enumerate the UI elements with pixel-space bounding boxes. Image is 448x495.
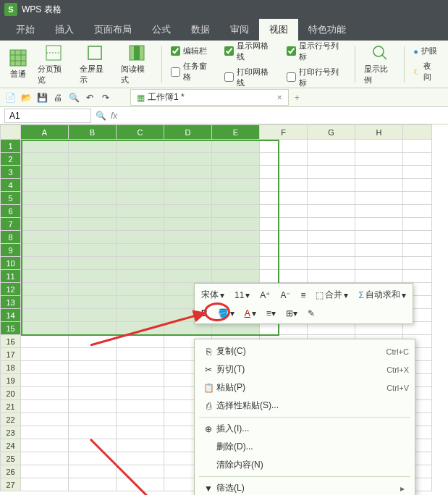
pagebreak-label: 分页预览	[38, 64, 69, 85]
autosum-button[interactable]: Σ自动求和▾	[355, 287, 409, 303]
chk-editbar[interactable]: 编辑栏	[171, 46, 214, 56]
app-title: WPS 表格	[22, 4, 62, 16]
chk-print-rowcol[interactable]: 打印行号列标	[287, 67, 346, 88]
tab-start[interactable]: 开始	[6, 19, 45, 41]
sigma-icon: Σ	[358, 290, 363, 300]
title-bar: S WPS 表格	[0, 0, 448, 19]
pagebreak-icon	[44, 43, 63, 62]
align-h-button[interactable]: ≡▾	[263, 306, 279, 321]
save-icon[interactable]: 💾	[36, 92, 48, 103]
cut-icon: ✂	[200, 365, 216, 375]
svg-rect-0	[10, 50, 26, 66]
formula-bar: 🔍 fx	[0, 107, 448, 124]
copy-icon: ⎘	[200, 347, 216, 357]
merge-button[interactable]: ⬚合并▾	[312, 287, 352, 303]
print-icon[interactable]: 🖨	[52, 92, 64, 103]
fx-label[interactable]: fx	[106, 111, 122, 121]
font-select[interactable]: 宋体 ▾	[198, 287, 228, 303]
merge-icon: ⬚	[316, 290, 324, 300]
eyecare-button[interactable]: ●护眼	[413, 46, 439, 56]
name-box[interactable]	[4, 109, 91, 123]
add-tab-button[interactable]: +	[289, 93, 305, 103]
svg-point-10	[373, 46, 384, 56]
search-icon[interactable]: 🔍	[96, 111, 106, 121]
format-painter-icon[interactable]: ✎	[304, 306, 318, 321]
preview-icon[interactable]: 🔍	[68, 92, 80, 103]
cm-insert[interactable]: ⊕插入(I)...	[195, 420, 415, 438]
undo-icon[interactable]: ↶	[84, 92, 96, 103]
chk-taskpane[interactable]: 任务窗格	[171, 61, 214, 82]
svg-rect-9	[134, 46, 140, 60]
zoom-label: 显示比例	[364, 64, 396, 85]
fullscreen-icon	[85, 43, 104, 62]
fill-color-button[interactable]: 🪣▾	[214, 306, 238, 321]
paste-icon: 📋	[200, 383, 216, 393]
app-logo: S	[4, 3, 17, 16]
chk-rowcol[interactable]: 显示行号列标	[287, 41, 346, 62]
zoom-icon	[371, 43, 389, 62]
context-menu: ⎘复制(C)Ctrl+C ✂剪切(T)Ctrl+X 📋粘贴(P)Ctrl+V ⎙…	[194, 339, 415, 495]
cm-cut[interactable]: ✂剪切(T)Ctrl+X	[195, 360, 415, 378]
view-normal-button[interactable]: 普通	[4, 47, 32, 81]
doc-title: 工作簿1 *	[148, 91, 185, 103]
tab-data[interactable]: 数据	[181, 19, 220, 41]
insert-icon: ⊕	[200, 424, 216, 434]
spreadsheet[interactable]: ABCDEFGH12345678910111213141516171819202…	[0, 124, 448, 491]
close-tab-icon[interactable]: ×	[277, 93, 282, 103]
cm-paste[interactable]: 📋粘贴(P)Ctrl+V	[195, 378, 415, 397]
cm-copy[interactable]: ⎘复制(C)Ctrl+C	[195, 342, 415, 360]
font-color-button[interactable]: A▾	[241, 306, 260, 321]
tab-formula[interactable]: 公式	[142, 19, 181, 41]
pagebreak-button[interactable]: 分页预览	[33, 42, 74, 87]
paste-special-icon: ⎙	[200, 401, 216, 411]
bold-button[interactable]: B	[198, 306, 211, 321]
border-button[interactable]: ⊞▾	[282, 306, 301, 321]
chk-gridlines[interactable]: 显示网格线	[224, 41, 276, 62]
readmode-label: 阅读模式	[121, 64, 153, 85]
increase-font-icon[interactable]: A⁺	[256, 288, 274, 302]
fullscreen-button[interactable]: 全屏显示	[75, 42, 116, 87]
chk-print-grid[interactable]: 打印网格线	[224, 67, 276, 88]
open-icon[interactable]: 📂	[20, 92, 32, 103]
doc-icon: ▦	[137, 93, 145, 103]
new-icon[interactable]: 📄	[4, 92, 16, 103]
readmode-button[interactable]: 阅读模式	[117, 42, 157, 87]
tab-layout[interactable]: 页面布局	[84, 19, 142, 41]
svg-line-11	[382, 55, 386, 59]
night-button[interactable]: ☾夜间	[413, 61, 439, 82]
cm-delete[interactable]: 删除(D)...	[195, 438, 415, 456]
cm-paste-special[interactable]: ⎙选择性粘贴(S)...	[195, 397, 415, 415]
grid-icon	[9, 48, 28, 67]
cm-clear[interactable]: 清除内容(N)	[195, 456, 415, 474]
view-normal-label: 普通	[10, 69, 26, 80]
bucket-icon: 🪣	[218, 308, 229, 318]
fullscreen-label: 全屏显示	[80, 64, 111, 85]
decrease-font-icon[interactable]: A⁻	[276, 288, 294, 302]
cm-filter[interactable]: ▼筛选(L)▸	[195, 479, 415, 495]
align-button[interactable]: ≡	[297, 288, 309, 302]
ribbon: 普通 分页预览 全屏显示 阅读模式 编辑栏 任务窗格 显示网格线 打印网格线 显…	[0, 41, 448, 88]
tab-insert[interactable]: 插入	[45, 19, 84, 41]
svg-rect-7	[88, 46, 101, 59]
document-tab[interactable]: ▦ 工作簿1 * ×	[130, 89, 289, 106]
font-size[interactable]: 11 ▾	[231, 288, 253, 302]
redo-icon[interactable]: ↷	[100, 92, 111, 103]
zoom-button[interactable]: 显示比例	[360, 42, 400, 87]
mini-toolbar: 宋体 ▾ 11 ▾ A⁺ A⁻ ≡ ⬚合并▾ Σ自动求和▾ B 🪣▾ A▾ ≡▾…	[194, 283, 413, 324]
filter-icon: ▼	[200, 483, 216, 494]
quick-access-bar: 📄 📂 💾 🖨 🔍 ↶ ↷ ▦ 工作簿1 * × +	[0, 88, 448, 107]
align-icon: ≡	[300, 290, 305, 300]
readmode-icon	[127, 43, 146, 62]
